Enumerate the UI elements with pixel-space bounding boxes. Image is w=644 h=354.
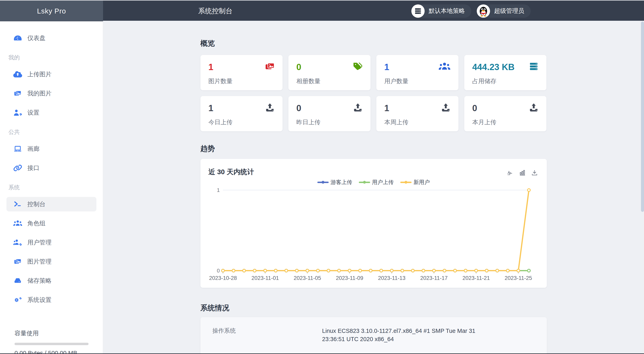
stat-value: 444.23 KB <box>472 62 514 72</box>
user-menu-button[interactable]: 超级管理员 <box>477 5 531 18</box>
y-axis-tick-label: 0 <box>217 268 220 274</box>
sidebar: 仪表盘 我的 上传图片 我的图片 设置 公共 画廊 <box>0 21 103 354</box>
system-info-row: 操作系统 Linux ECS823 3.10.0-1127.el7.x86_64… <box>200 317 547 353</box>
storage-strategy-button[interactable]: 默认本地策略 <box>411 5 471 18</box>
sidebar-item-api[interactable]: 接口 <box>6 161 96 175</box>
x-axis-tick-label: 2023-11-21 <box>462 275 490 281</box>
topbar-actions: 默认本地策略 超级管理员 <box>411 1 531 21</box>
sidebar-item-upload[interactable]: 上传图片 <box>6 67 96 82</box>
sidebar-item-role-groups[interactable]: 角色组 <box>6 216 96 231</box>
upload-icon <box>265 103 274 113</box>
stat-card-user-count: 1 用户数量 <box>376 55 458 90</box>
stat-card-month-uploads: 0 本月上传 <box>464 96 546 131</box>
legend-item[interactable]: 新用户 <box>400 179 430 186</box>
gauge-icon <box>13 35 22 42</box>
users-gear-icon <box>13 239 22 246</box>
trend-chart-svg: 012023-10-282023-11-012023-11-052023-11-… <box>200 187 547 288</box>
sidebar-item-label: 接口 <box>27 164 40 172</box>
page-scrollbar[interactable] <box>641 22 644 212</box>
sidebar-item-my-images[interactable]: 我的图片 <box>6 86 96 101</box>
users-icon <box>13 220 22 227</box>
terminal-icon <box>13 201 22 208</box>
sidebar-item-label: 设置 <box>27 109 40 117</box>
images-icon <box>13 90 22 97</box>
system-section-title: 系统情况 <box>200 303 547 313</box>
sidebar-item-label: 用户管理 <box>27 238 52 247</box>
user-gear-icon <box>13 109 22 116</box>
main-content: 概览 1 图片数量 0 相册数量 1 <box>103 21 644 354</box>
legend-item[interactable]: 用户上传 <box>359 179 394 186</box>
upload-icon <box>353 103 362 113</box>
stat-value: 1 <box>384 103 389 113</box>
x-axis-tick-label: 2023-11-25 <box>504 275 532 281</box>
user-name-label: 超级管理员 <box>494 7 524 15</box>
stat-value: 0 <box>296 103 301 113</box>
bar-chart-icon[interactable] <box>519 169 526 177</box>
stat-label: 本周上传 <box>384 118 450 126</box>
laptop-icon <box>13 145 22 152</box>
overview-cards-row-1: 1 图片数量 0 相册数量 1 用户数量 <box>200 55 547 90</box>
stat-label: 本月上传 <box>472 118 538 126</box>
x-axis-tick-label: 2023-10-28 <box>209 275 237 281</box>
sidebar-group-public: 公共 <box>8 128 96 136</box>
stat-card-week-uploads: 1 本周上传 <box>376 96 458 131</box>
sidebar-item-label: 图片管理 <box>27 257 52 266</box>
sidebar-item-label: 储存策略 <box>27 277 52 285</box>
tags-icon <box>353 62 362 72</box>
stat-card-storage-used: 444.23 KB 占用储存 <box>464 55 546 90</box>
legend-marker <box>317 180 329 184</box>
stat-value: 0 <box>296 62 301 72</box>
upload-icon <box>441 103 450 113</box>
sidebar-item-label: 控制台 <box>27 200 46 208</box>
strategy-label: 默认本地策略 <box>429 7 465 15</box>
stat-label: 占用储存 <box>472 77 538 85</box>
sidebar-item-gallery[interactable]: 画廊 <box>6 142 96 156</box>
stat-label: 用户数量 <box>384 77 450 85</box>
legend-item[interactable]: 游客上传 <box>317 179 352 186</box>
capacity-usage: 容量使用 0.00 Bytes / 500.00 MB <box>14 329 88 354</box>
sidebar-item-label: 系统设置 <box>27 296 52 304</box>
stat-label: 今日上传 <box>208 118 274 126</box>
y-axis-tick-label: 1 <box>217 187 220 193</box>
stat-label: 昨日上传 <box>296 118 362 126</box>
line-chart-icon[interactable] <box>507 169 514 177</box>
sidebar-item-user-management[interactable]: 用户管理 <box>6 235 96 250</box>
stat-card-today-uploads: 1 今日上传 <box>200 96 282 131</box>
download-icon[interactable] <box>531 169 538 177</box>
hard-drive-icon <box>13 277 22 284</box>
users-icon <box>439 62 450 72</box>
sidebar-item-system-settings[interactable]: 系统设置 <box>6 293 96 307</box>
chart-legend: 游客上传用户上传新用户 <box>200 179 547 186</box>
x-axis-tick-label: 2023-11-05 <box>294 275 321 281</box>
app-logo: Lsky Pro <box>0 1 103 21</box>
gears-icon <box>13 296 22 303</box>
legend-marker <box>400 180 412 184</box>
link-icon <box>13 164 22 172</box>
x-axis-tick-label: 2023-11-01 <box>251 275 279 281</box>
sidebar-item-label: 我的图片 <box>27 89 52 98</box>
overview-cards-row-2: 1 今日上传 0 昨日上传 1 本周上传 <box>200 96 547 131</box>
system-row-value: Linux ECS823 3.10.0-1127.el7.x86_64 #1 S… <box>322 327 495 343</box>
legend-label: 新用户 <box>414 179 430 186</box>
upload-icon <box>529 103 538 113</box>
stat-value: 0 <box>472 103 477 113</box>
sidebar-item-console[interactable]: 控制台 <box>6 197 96 211</box>
legend-label: 用户上传 <box>372 179 394 186</box>
sidebar-item-settings[interactable]: 设置 <box>6 105 96 120</box>
chart-toolbox <box>507 169 538 177</box>
stat-card-yesterday-uploads: 0 昨日上传 <box>288 96 370 131</box>
stat-value: 1 <box>384 62 389 72</box>
sidebar-item-storage-strategy[interactable]: 储存策略 <box>6 273 96 288</box>
x-axis-tick-label: 2023-11-13 <box>378 275 405 281</box>
stat-label: 相册数量 <box>296 77 362 85</box>
images-icon <box>265 62 274 72</box>
sidebar-group-mine: 我的 <box>8 54 96 61</box>
sidebar-item-dashboard[interactable]: 仪表盘 <box>6 31 96 45</box>
sidebar-item-image-management[interactable]: 图片管理 <box>6 254 96 269</box>
overview-section-title: 概览 <box>200 39 547 48</box>
capacity-label: 容量使用 <box>14 329 88 337</box>
stat-card-album-count: 0 相册数量 <box>288 55 370 90</box>
sidebar-item-label: 上传图片 <box>27 70 52 79</box>
system-row-label: 操作系统 <box>212 327 322 343</box>
stat-value: 1 <box>208 103 213 113</box>
